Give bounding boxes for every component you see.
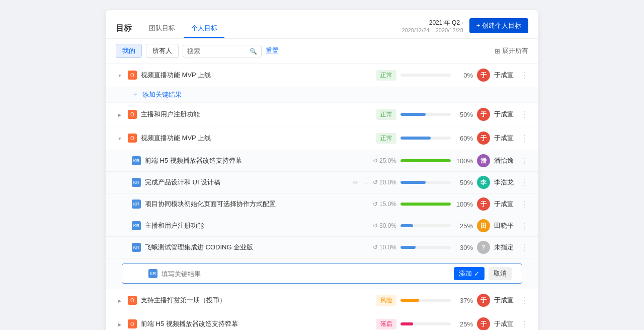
- goal-icon: O: [128, 134, 137, 143]
- expand-all-button[interactable]: ⊞ 展开所有: [495, 46, 528, 55]
- progress-bar: [400, 113, 451, 116]
- goal-name: 视频直播功能 MVP 上线: [141, 71, 372, 80]
- toolbar: 我的 所有人 重置 ⊞ 展开所有: [106, 39, 538, 63]
- more-button[interactable]: ⋮: [520, 243, 528, 252]
- tab-personal[interactable]: 个人目标: [184, 20, 224, 38]
- progress-fill: [400, 224, 413, 227]
- edit-icon[interactable]: ✏: [353, 179, 358, 186]
- kr-icon: KR: [132, 221, 141, 230]
- goal-icon: O: [128, 296, 137, 305]
- filter-mine-button[interactable]: 我的: [116, 44, 142, 58]
- kr-add-button[interactable]: 添加 ✓: [454, 267, 485, 280]
- progress-pct: 0%: [455, 72, 473, 79]
- progress-bar: [400, 224, 451, 227]
- search-box: [183, 45, 262, 57]
- goal-section-3: O 视频直播功能 MVP 上线 正常 60% 于 于成宣 ⋮ KR 前端 H5 …: [106, 126, 538, 289]
- more-button[interactable]: ⋮: [520, 71, 528, 80]
- filter-all-button[interactable]: 所有人: [146, 44, 179, 58]
- kr-name: 飞蛾测试管理集成进 CODING 企业版: [145, 243, 369, 252]
- expand-toggle[interactable]: [116, 296, 124, 304]
- assignee-name: 于成宣: [494, 110, 516, 119]
- kr-row: KR 主播和用户注册功能 ≡ ↺ 30.0% 25% 田 田晓平 ⋮: [106, 215, 538, 237]
- status-badge: 正常: [376, 70, 396, 81]
- kr-icon: KR: [148, 269, 157, 278]
- kr-name: 主播和用户注册功能: [145, 221, 361, 230]
- tab-team[interactable]: 团队目标: [142, 20, 182, 38]
- kr-input-container: KR 添加 ✓ 取消: [106, 258, 538, 289]
- assignee-name: 未指定: [494, 243, 516, 252]
- more-button[interactable]: ⋮: [520, 296, 528, 305]
- more-button[interactable]: ⋮: [520, 319, 528, 329]
- status-badge: 落后: [376, 319, 396, 329]
- expand-toggle[interactable]: [116, 71, 124, 79]
- progress-fill: [400, 203, 451, 206]
- header-right: 2021 年 Q2 · 2020/12/24 – 2020/12/28 + 创建…: [401, 18, 528, 38]
- progress-bar: [400, 203, 451, 206]
- avatar: 潘: [477, 154, 490, 167]
- kr-row: KR 项目协同模块初始化页面可选择协作方式配置 ↺ 15.0% 100% 于 于…: [106, 193, 538, 215]
- kr-input-field[interactable]: [162, 270, 450, 278]
- kr-name: 前端 H5 视频播放器改造支持弹幕: [145, 156, 369, 165]
- progress-bar: [400, 322, 451, 325]
- assignee-name: 于成宣: [494, 134, 516, 143]
- assignee-name: 于成宣: [494, 319, 516, 328]
- goal-section-2: O 主播和用户注册功能 正常 50% 于 于成宣 ⋮: [106, 103, 538, 126]
- create-goal-button[interactable]: + 创建个人目标: [469, 18, 528, 33]
- expand-all-label: 展开所有: [502, 46, 528, 55]
- progress-fill: [400, 322, 413, 325]
- progress-bar: [400, 74, 451, 77]
- more-button[interactable]: ⋮: [520, 200, 528, 209]
- avatar: 李: [477, 176, 490, 189]
- progress-fill: [400, 137, 431, 140]
- more-button[interactable]: ⋮: [520, 178, 528, 187]
- avatar: 于: [477, 69, 490, 82]
- more-button[interactable]: ⋮: [520, 134, 528, 143]
- kr-icon: KR: [132, 156, 141, 165]
- progress-pct: 50%: [455, 111, 473, 118]
- header: 目标 团队目标 个人目标 2021 年 Q2 · 2020/12/24 – 20…: [106, 10, 538, 39]
- goal-icon: O: [128, 319, 137, 328]
- more-button[interactable]: ⋮: [520, 221, 528, 231]
- progress-bar: [400, 299, 451, 302]
- kr-cancel-button[interactable]: 取消: [489, 267, 512, 280]
- expand-icon: ⊞: [495, 47, 500, 55]
- kr-name: 完成产品设计和 UI 设计稿: [145, 178, 349, 187]
- add-kr-row[interactable]: ＋ 添加关键结果: [106, 87, 538, 103]
- add-label: 添加: [459, 269, 472, 278]
- assignee-name: 于成宣: [494, 71, 516, 80]
- progress-pct: 37%: [455, 297, 473, 304]
- main-container: 目标 团队目标 个人目标 2021 年 Q2 · 2020/12/24 – 20…: [106, 10, 538, 330]
- progress-pct: 60%: [455, 135, 473, 142]
- reset-button[interactable]: 重置: [266, 46, 279, 55]
- kr-weight: ↺ 20.0%: [373, 179, 396, 186]
- quarter-label: 2021 年 Q2 ·: [401, 19, 463, 27]
- goal-name: 支持主播打赏第一期（投币）: [141, 296, 372, 305]
- search-input[interactable]: [187, 47, 248, 55]
- tab-nav: 团队目标 个人目标: [142, 20, 224, 37]
- avatar: 于: [477, 131, 490, 145]
- goal-section-4: O 支持主播打赏第一期（投币） 风险 37% 于 于成宣 ⋮: [106, 289, 538, 312]
- ellipsis-icon[interactable]: ···: [363, 179, 369, 186]
- expand-toggle[interactable]: [116, 320, 124, 328]
- more-button[interactable]: ⋮: [520, 156, 528, 166]
- progress-pct: 100%: [455, 201, 473, 208]
- goal-name: 主播和用户注册功能: [141, 110, 372, 119]
- sub-section: KR 前端 H5 视频播放器改造支持弹幕 ↺ 25.0% 100% 潘 潘怡逸 …: [106, 150, 538, 289]
- expand-toggle[interactable]: [116, 134, 124, 142]
- plus-icon: ＋: [132, 90, 138, 99]
- avatar: ?: [477, 241, 490, 254]
- progress-bar: [400, 181, 451, 184]
- sub-icon: ≡: [365, 223, 368, 229]
- more-button[interactable]: ⋮: [520, 110, 528, 119]
- goal-icon: O: [128, 110, 137, 119]
- progress-pct: 100%: [455, 157, 473, 165]
- status-badge: 正常: [376, 133, 396, 144]
- kr-icon: KR: [132, 178, 141, 187]
- kr-row: KR 飞蛾测试管理集成进 CODING 企业版 ↺ 10.0% 30% ? 未指…: [106, 237, 538, 258]
- expand-toggle[interactable]: [116, 110, 124, 118]
- quarter-date: 2020/12/24 – 2020/12/28: [401, 27, 463, 33]
- assignee-name: 李浩龙: [494, 178, 516, 187]
- assignee-name: 潘怡逸: [494, 156, 516, 165]
- progress-fill: [400, 159, 451, 162]
- sub-section: ＋ 添加关键结果: [106, 87, 538, 103]
